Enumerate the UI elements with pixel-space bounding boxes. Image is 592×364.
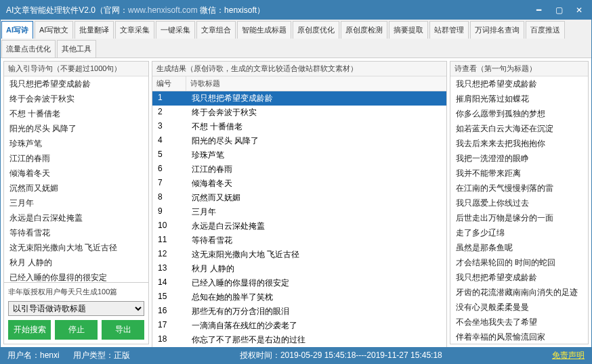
cell-number: 4 — [152, 134, 186, 148]
tab-5[interactable]: 文章组合 — [196, 21, 236, 39]
list-item: 我去后来来去把我抱抱你 — [450, 136, 588, 151]
list-item[interactable]: 永远是白云深处掩盖 — [4, 210, 148, 225]
list-item: 没有心灵般柔柔曼曼 — [450, 300, 588, 315]
list-item[interactable]: 这无束阳光撒向大地 飞近古径 — [4, 240, 148, 255]
tab-9[interactable]: 摘要提取 — [389, 21, 428, 39]
middle-column: 生成结果（原创诗歌，生成的文章比较适合做站群软文素材） 编号 诗歌标题 1我只想… — [152, 61, 447, 344]
table-row[interactable]: 15总知在她的脸半了笑枕 — [152, 290, 446, 304]
list-item: 虽然是那条鱼呢 — [450, 240, 588, 255]
tab-8[interactable]: 原创度检测 — [341, 21, 387, 39]
table-row[interactable]: 12这无束阳光撒向大地 飞近古径 — [152, 248, 446, 262]
tab-1[interactable]: AI写散文 — [35, 21, 73, 39]
maximize-button[interactable]: ▢ — [549, 3, 568, 17]
list-item[interactable]: 终于会奔波于秋实 — [4, 91, 148, 106]
table-row[interactable]: 1我只想把希望变成龄龄 — [152, 91, 446, 106]
list-item[interactable]: 我只想把希望变成龄龄 — [4, 76, 148, 91]
list-item[interactable]: 阳光的尽头 风降了 — [4, 121, 148, 136]
table-row[interactable]: 18你忘了不了那些不是右边的过往 — [152, 333, 446, 347]
list-item[interactable]: 不想 十番借老 — [4, 106, 148, 121]
table-row[interactable]: 3不想 十番借老 — [152, 120, 446, 134]
table-row[interactable]: 10永远是白云深处掩盖 — [152, 219, 446, 233]
tab-14[interactable]: 其他工具 — [57, 40, 96, 58]
poem-preview-list[interactable]: 我只想把希望变成龄龄摧肩阳光落过如蝶花你多么愿带到孤独的梦想如若蓝天白云大海还在… — [450, 76, 588, 344]
cell-title: 这无束阳光撒向大地 飞近古径 — [186, 248, 446, 262]
table-row[interactable]: 7倾海着冬天 — [152, 177, 446, 191]
tab-13[interactable]: 流量点击优化 — [1, 40, 56, 58]
cell-number: 14 — [152, 276, 186, 290]
table-row[interactable]: 6江江的春雨 — [152, 162, 446, 177]
tab-12[interactable]: 百度推送 — [526, 21, 565, 39]
tab-0[interactable]: AI写诗 — [1, 21, 33, 39]
site-link[interactable]: www.henxisoft.com — [128, 5, 198, 15]
tab-3[interactable]: 文章采集 — [115, 21, 154, 39]
close-button[interactable]: ✕ — [570, 3, 589, 17]
input-lines-list[interactable]: 我只想把希望变成龄龄终于会奔波于秋实不想 十番借老阳光的尽头 风降了珍珠芦笔江江… — [4, 76, 148, 282]
table-row[interactable]: 2终于会奔波于秋实 — [152, 106, 446, 120]
list-item[interactable]: 已经入睡的你显得的很安定 — [4, 270, 148, 282]
cell-title: 已经入睡的你显得的很安定 — [186, 276, 446, 290]
minimize-button[interactable]: ━ — [529, 3, 548, 17]
list-item[interactable]: 沉然而又妩媚 — [4, 181, 148, 196]
table-row[interactable]: 5珍珠芦笔 — [152, 148, 446, 162]
status-type: 用户类型：正版 — [73, 350, 130, 361]
title-suffix: 微信：henxisoft） — [198, 5, 265, 15]
content-area: 输入引导诗句（不要超过1000句） 我只想把希望变成龄龄终于会奔波于秋实不想 十… — [1, 58, 591, 347]
export-button[interactable]: 导出 — [102, 320, 144, 340]
list-item: 我只想把希望变成龄龄 — [450, 270, 588, 285]
list-item[interactable]: 珍珠芦笔 — [4, 136, 148, 151]
tab-2[interactable]: 批量翻译 — [75, 21, 114, 39]
titlebar-text: AI文章智能处理软件V2.0（官网：www.henxisoft.com 微信：h… — [6, 5, 529, 16]
list-item: 才会结果轮回的 时间的蛇回 — [450, 255, 588, 270]
left-panel-header: 输入引导诗句（不要超过1000句） — [4, 62, 148, 76]
list-item[interactable]: 倾海着冬天 — [4, 166, 148, 181]
tab-4[interactable]: 一键采集 — [156, 21, 195, 39]
cell-title: 江江的春雨 — [186, 162, 446, 177]
cell-title: 阳光的尽头 风降了 — [186, 134, 446, 148]
table-row[interactable]: 13秋月 人静的 — [152, 262, 446, 276]
left-bottom-controls: 非年版授权用户每天只生成100篇 以引导语做诗歌标题 开始搜索 停止 导出 — [4, 282, 148, 344]
start-search-button[interactable]: 开始搜索 — [8, 320, 51, 340]
cell-title: 等待看雪花 — [186, 233, 446, 248]
list-item: 我只想把希望变成龄龄 — [450, 76, 588, 91]
cell-number: 3 — [152, 120, 186, 134]
cell-number: 16 — [152, 304, 186, 319]
cell-number: 10 — [152, 219, 186, 233]
results-table-body[interactable]: 1我只想把希望变成龄龄2终于会奔波于秋实3不想 十番借老4阳光的尽头 风降了5珍… — [152, 91, 446, 347]
cell-title: 终于会奔波于秋实 — [186, 106, 446, 120]
list-item: 你多么愿带到孤独的梦想 — [450, 106, 588, 121]
table-row[interactable]: 16那些无有的万分含泪的眼泪 — [152, 304, 446, 319]
list-item: 后世走出万物是缘分的一面 — [450, 210, 588, 225]
results-panel: 生成结果（原创诗歌，生成的文章比较适合做站群软文素材） 编号 诗歌标题 1我只想… — [152, 61, 447, 347]
list-item: 走了多少辽绵 — [450, 225, 588, 240]
cell-title: 一滴滴自落在残红的沙袭老了 — [186, 319, 446, 333]
list-item[interactable]: 秋月 人静的 — [4, 255, 148, 270]
title-mode-select[interactable]: 以引导语做诗歌标题 — [8, 301, 144, 316]
table-row[interactable]: 8沉然而又妩媚 — [152, 191, 446, 205]
tab-7[interactable]: 原创度优化 — [293, 21, 339, 39]
list-item[interactable]: 江江的春雨 — [4, 151, 148, 166]
title-prefix: AI文章智能处理软件V2.0（官网： — [6, 5, 128, 15]
list-item: 我并不能带来距离 — [450, 166, 588, 181]
tab-6[interactable]: 智能生成标题 — [237, 21, 291, 39]
stop-button[interactable]: 停止 — [55, 320, 98, 340]
statusbar: 用户名：henxi 用户类型：正版 授权时间：2019-05-29 15:45:… — [1, 347, 591, 363]
cell-number: 8 — [152, 191, 186, 205]
list-item[interactable]: 三月年 — [4, 196, 148, 210]
table-row[interactable]: 4阳光的尽头 风降了 — [152, 134, 446, 148]
cell-number: 18 — [152, 333, 186, 347]
table-row[interactable]: 9三月年 — [152, 205, 446, 219]
col-title: 诗歌标题 — [186, 76, 224, 91]
cell-title: 那些无有的万分含泪的眼泪 — [186, 304, 446, 319]
status-auth: 授权时间：2019-05-29 15:45:18----2019-11-27 1… — [144, 350, 538, 361]
table-row[interactable]: 17一滴滴自落在残红的沙袭老了 — [152, 319, 446, 333]
table-row[interactable]: 11等待看雪花 — [152, 233, 446, 248]
list-item[interactable]: 等待看雪花 — [4, 225, 148, 240]
tab-10[interactable]: 站群管理 — [429, 21, 469, 39]
cell-title: 总知在她的脸半了笑枕 — [186, 290, 446, 304]
disclaimer-link[interactable]: 免责声明 — [552, 350, 585, 361]
button-row: 开始搜索 停止 导出 — [8, 320, 144, 340]
tab-11[interactable]: 万词排名查询 — [470, 21, 524, 39]
table-row[interactable]: 14已经入睡的你显得的很安定 — [152, 276, 446, 290]
quota-note: 非年版授权用户每天只生成100篇 — [8, 287, 144, 297]
cell-number: 1 — [152, 91, 186, 106]
